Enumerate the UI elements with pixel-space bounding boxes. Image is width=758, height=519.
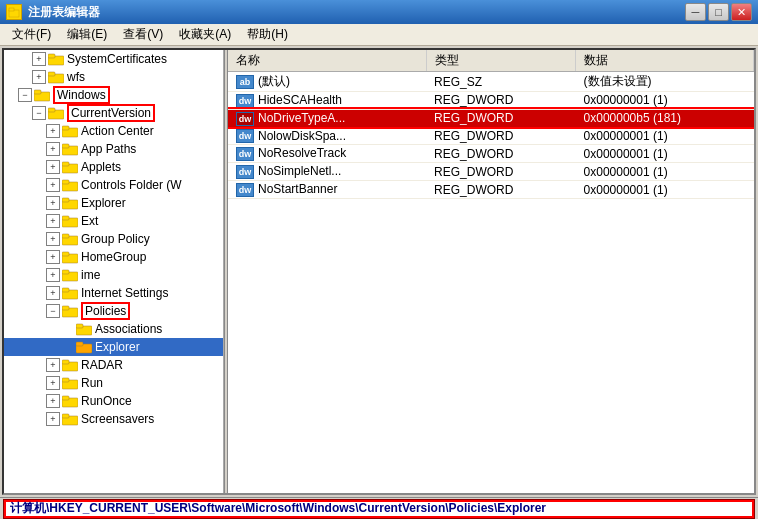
- folder-icon-InternetSettings: [62, 286, 78, 300]
- reg-icon-5: dw: [236, 165, 254, 179]
- folder-icon-Windows: [34, 88, 50, 102]
- reg-name-2: dwNoDriveTypeA...: [228, 109, 426, 127]
- svg-rect-9: [48, 108, 55, 112]
- tree-item-Run[interactable]: + Run: [4, 374, 223, 392]
- tree-expander-AppPaths[interactable]: +: [46, 142, 60, 156]
- tree-expander-RADAR[interactable]: +: [46, 358, 60, 372]
- tree-expander-SystemCertificates[interactable]: +: [32, 52, 46, 66]
- tree-item-HomeGroup[interactable]: + HomeGroup: [4, 248, 223, 266]
- menu-help[interactable]: 帮助(H): [239, 24, 296, 45]
- registry-row-4[interactable]: dwNoResolveTrackREG_DWORD0x00000001 (1): [228, 145, 754, 163]
- tree-label-Associations: Associations: [95, 322, 162, 336]
- svg-rect-31: [62, 306, 69, 310]
- tree-expander-wfs[interactable]: +: [32, 70, 46, 84]
- tree-item-ExplorerPolicies[interactable]: Explorer: [4, 338, 223, 356]
- reg-name-6: dwNoStartBanner: [228, 181, 426, 199]
- reg-icon-3: dw: [236, 129, 254, 143]
- highlight-wrapper-Policies: Policies: [81, 302, 130, 320]
- svg-rect-33: [76, 324, 83, 328]
- registry-row-6[interactable]: dwNoStartBannerREG_DWORD0x00000001 (1): [228, 181, 754, 199]
- menu-edit[interactable]: 编辑(E): [59, 24, 115, 45]
- svg-rect-13: [62, 144, 69, 148]
- tree-item-Ext[interactable]: + Ext: [4, 212, 223, 230]
- col-type: 类型: [426, 50, 576, 72]
- tree-item-ime[interactable]: + ime: [4, 266, 223, 284]
- main-container: + SystemCertificates+ wfs− Windows− Curr…: [0, 46, 758, 497]
- tree-item-SystemCertificates[interactable]: + SystemCertificates: [4, 50, 223, 68]
- tree-label-ime: ime: [81, 268, 100, 282]
- close-button[interactable]: ✕: [731, 3, 752, 21]
- tree-expander-Run[interactable]: +: [46, 376, 60, 390]
- folder-icon-ActionCenter: [62, 124, 78, 138]
- menu-view[interactable]: 查看(V): [115, 24, 171, 45]
- tree-expander-HomeGroup[interactable]: +: [46, 250, 60, 264]
- svg-rect-17: [62, 180, 69, 184]
- tree-expander-ActionCenter[interactable]: +: [46, 124, 60, 138]
- maximize-button[interactable]: □: [708, 3, 729, 21]
- tree-label-wfs: wfs: [67, 70, 85, 84]
- tree-item-AppPaths[interactable]: + App Paths: [4, 140, 223, 158]
- tree-item-RADAR[interactable]: + RADAR: [4, 356, 223, 374]
- reg-type-4: REG_DWORD: [426, 145, 576, 163]
- svg-rect-35: [76, 342, 83, 346]
- registry-row-5[interactable]: dwNoSimpleNetl...REG_DWORD0x00000001 (1): [228, 163, 754, 181]
- tree-expander-Screensavers[interactable]: +: [46, 412, 60, 426]
- tree-label-CurrentVersion: CurrentVersion: [71, 106, 151, 120]
- tree-item-ControlsFolder[interactable]: + Controls Folder (W: [4, 176, 223, 194]
- highlight-wrapper-Windows: Windows: [53, 86, 110, 104]
- folder-icon-Run: [62, 376, 78, 390]
- registry-row-2[interactable]: dwNoDriveTypeA...REG_DWORD0x000000b5 (18…: [228, 109, 754, 127]
- svg-rect-1: [9, 8, 14, 11]
- tree-item-Explorer[interactable]: + Explorer: [4, 194, 223, 212]
- svg-rect-19: [62, 198, 69, 202]
- tree-expander-CurrentVersion[interactable]: −: [32, 106, 46, 120]
- registry-row-0[interactable]: ab(默认)REG_SZ(数值未设置): [228, 72, 754, 92]
- menu-file[interactable]: 文件(F): [4, 24, 59, 45]
- registry-tree[interactable]: + SystemCertificates+ wfs− Windows− Curr…: [4, 50, 224, 493]
- tree-expander-InternetSettings[interactable]: +: [46, 286, 60, 300]
- app-icon: [6, 4, 22, 20]
- reg-icon-1: dw: [236, 94, 254, 108]
- reg-data-4: 0x00000001 (1): [576, 145, 754, 163]
- tree-expander-Policies[interactable]: −: [46, 304, 60, 318]
- tree-item-wfs[interactable]: + wfs: [4, 68, 223, 86]
- reg-type-0: REG_SZ: [426, 72, 576, 92]
- reg-type-3: REG_DWORD: [426, 127, 576, 145]
- tree-item-Associations[interactable]: Associations: [4, 320, 223, 338]
- tree-item-Policies[interactable]: − Policies: [4, 302, 223, 320]
- tree-expander-Applets[interactable]: +: [46, 160, 60, 174]
- tree-item-Screensavers[interactable]: + Screensavers: [4, 410, 223, 428]
- folder-icon-Ext: [62, 214, 78, 228]
- tree-item-GroupPolicy[interactable]: + Group Policy: [4, 230, 223, 248]
- registry-row-1[interactable]: dwHideSCAHealthREG_DWORD0x00000001 (1): [228, 92, 754, 110]
- tree-label-GroupPolicy: Group Policy: [81, 232, 150, 246]
- folder-icon-ControlsFolder: [62, 178, 78, 192]
- status-path: 计算机\HKEY_CURRENT_USER\Software\Microsoft…: [4, 500, 754, 518]
- tree-item-InternetSettings[interactable]: + Internet Settings: [4, 284, 223, 302]
- tree-item-CurrentVersion[interactable]: − CurrentVersion: [4, 104, 223, 122]
- tree-item-Windows[interactable]: − Windows: [4, 86, 223, 104]
- tree-label-Screensavers: Screensavers: [81, 412, 154, 426]
- registry-row-3[interactable]: dwNolowDiskSpa...REG_DWORD0x00000001 (1): [228, 127, 754, 145]
- menu-favorites[interactable]: 收藏夹(A): [171, 24, 239, 45]
- tree-expander-Explorer[interactable]: +: [46, 196, 60, 210]
- svg-rect-23: [62, 234, 69, 238]
- tree-expander-Windows[interactable]: −: [18, 88, 32, 102]
- folder-icon-Explorer: [62, 196, 78, 210]
- reg-name-1: dwHideSCAHealth: [228, 92, 426, 110]
- tree-expander-ControlsFolder[interactable]: +: [46, 178, 60, 192]
- window-title: 注册表编辑器: [28, 4, 679, 21]
- svg-rect-21: [62, 216, 69, 220]
- tree-expander-RunOnce[interactable]: +: [46, 394, 60, 408]
- tree-item-RunOnce[interactable]: + RunOnce: [4, 392, 223, 410]
- folder-icon-wfs: [48, 70, 64, 84]
- tree-expander-Ext[interactable]: +: [46, 214, 60, 228]
- reg-name-3: dwNolowDiskSpa...: [228, 127, 426, 145]
- tree-label-InternetSettings: Internet Settings: [81, 286, 168, 300]
- reg-icon-6: dw: [236, 183, 254, 197]
- tree-expander-GroupPolicy[interactable]: +: [46, 232, 60, 246]
- tree-item-Applets[interactable]: + Applets: [4, 158, 223, 176]
- minimize-button[interactable]: ─: [685, 3, 706, 21]
- tree-item-ActionCenter[interactable]: + Action Center: [4, 122, 223, 140]
- tree-expander-ime[interactable]: +: [46, 268, 60, 282]
